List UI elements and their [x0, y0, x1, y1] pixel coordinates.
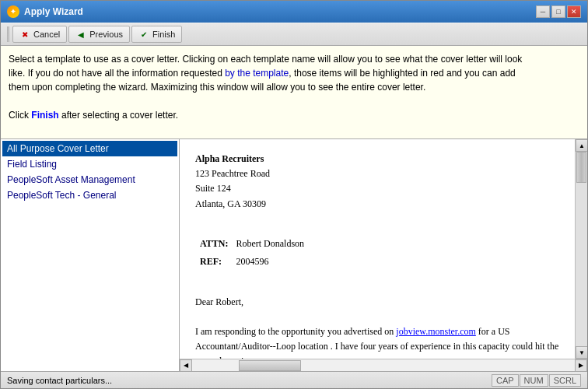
cancel-icon: ✖	[19, 29, 30, 40]
template-item-1[interactable]: Field Listing	[2, 156, 177, 172]
toolbar: ✖ Cancel ◀ Previous ✔ Finish	[1, 23, 587, 46]
attn-value: Robert Donaldson	[233, 236, 307, 252]
scroll-up-btn[interactable]: ▲	[576, 139, 587, 152]
hscroll-left-btn[interactable]: ◀	[180, 359, 192, 372]
previous-button[interactable]: ◀ Previous	[68, 26, 130, 43]
desc-blue-text: by the template	[225, 68, 289, 79]
body-prefix: I am responding to the opportunity you a…	[195, 326, 396, 337]
preview-attn-table: ATTN: Robert Donaldson REF: 2004596	[195, 234, 309, 272]
previous-label: Previous	[89, 30, 123, 39]
finish-icon: ✔	[138, 29, 149, 40]
status-message: Saving contact particulars...	[7, 376, 112, 385]
desc-click-prefix: Click	[9, 110, 31, 121]
body-link: jobview.monster.com	[396, 326, 476, 337]
cap-indicator: CAP	[492, 374, 519, 387]
desc-click-suffix: after selecting a cover letter.	[59, 110, 178, 121]
num-indicator: NUM	[520, 374, 548, 387]
scroll-thumb[interactable]	[576, 152, 586, 183]
toolbar-separator	[7, 26, 9, 42]
window-title: Apply Wizard	[24, 6, 83, 17]
scrl-indicator: SCRL	[549, 374, 581, 387]
window-controls: ─ □ ✕	[536, 5, 581, 18]
preview-vscrollbar[interactable]: ▲ ▼	[575, 139, 587, 359]
preview-content: Alpha Recruiters 123 Peachtree Road Suit…	[195, 152, 559, 359]
attn-label: ATTN:	[197, 236, 231, 252]
ref-value: 2004596	[233, 254, 307, 270]
hscroll-track[interactable]	[192, 359, 575, 371]
apply-wizard-window: ✦ Apply Wizard ─ □ ✕ ✖ Cancel ◀ Previous…	[0, 0, 588, 389]
finish-button[interactable]: ✔ Finish	[131, 26, 182, 43]
title-bar: ✦ Apply Wizard ─ □ ✕	[1, 1, 587, 23]
desc-finish-link: Finish	[31, 110, 58, 121]
cancel-label: Cancel	[33, 30, 60, 39]
scroll-track[interactable]	[576, 152, 587, 346]
desc-line1: Select a template to use as a cover lett…	[9, 54, 522, 65]
template-item-0[interactable]: All Purpose Cover Letter	[2, 141, 177, 156]
template-item-3[interactable]: PeopleSoft Tech - General	[2, 187, 177, 203]
desc-line3: them upon completing the wizard. Maximiz…	[9, 82, 425, 93]
preview-address2: Suite 124	[195, 181, 559, 196]
preview-salutation: Dear Robert,	[195, 295, 559, 310]
status-bar: Saving contact particulars... CAP NUM SC…	[1, 371, 587, 388]
template-item-2[interactable]: PeopleSoft Asset Management	[2, 172, 177, 187]
desc-line2-prefix: like. If you do not have all the informa…	[9, 68, 225, 79]
cancel-button[interactable]: ✖ Cancel	[12, 26, 67, 43]
template-list[interactable]: All Purpose Cover Letter Field Listing P…	[1, 139, 180, 371]
preview-hscrollbar[interactable]: ◀ ▶	[180, 359, 587, 371]
ref-label: REF:	[197, 254, 231, 270]
close-button[interactable]: ✕	[567, 5, 581, 18]
preview-area: Alpha Recruiters 123 Peachtree Road Suit…	[180, 139, 575, 359]
preview-address3: Atlanta, GA 30309	[195, 197, 559, 212]
restore-button[interactable]: □	[551, 5, 565, 18]
preview-wrapper: Alpha Recruiters 123 Peachtree Road Suit…	[180, 139, 587, 371]
desc-line2-suffix: , those items will be highlighted in red…	[289, 68, 516, 79]
scroll-down-btn[interactable]: ▼	[576, 346, 587, 359]
status-indicators: CAP NUM SCRL	[492, 374, 581, 387]
previous-icon: ◀	[75, 29, 86, 40]
preview-company: Alpha Recruiters	[195, 152, 559, 166]
preview-body: I am responding to the opportunity you a…	[195, 324, 559, 359]
hscroll-thumb[interactable]	[239, 360, 301, 371]
description-area: Select a template to use as a cover lett…	[1, 46, 587, 139]
preview-address1: 123 Peachtree Road	[195, 166, 559, 181]
window-icon: ✦	[7, 5, 19, 18]
finish-label: Finish	[152, 30, 175, 39]
minimize-button[interactable]: ─	[536, 5, 550, 18]
hscroll-right-btn[interactable]: ▶	[575, 359, 587, 372]
main-content: All Purpose Cover Letter Field Listing P…	[1, 139, 587, 371]
